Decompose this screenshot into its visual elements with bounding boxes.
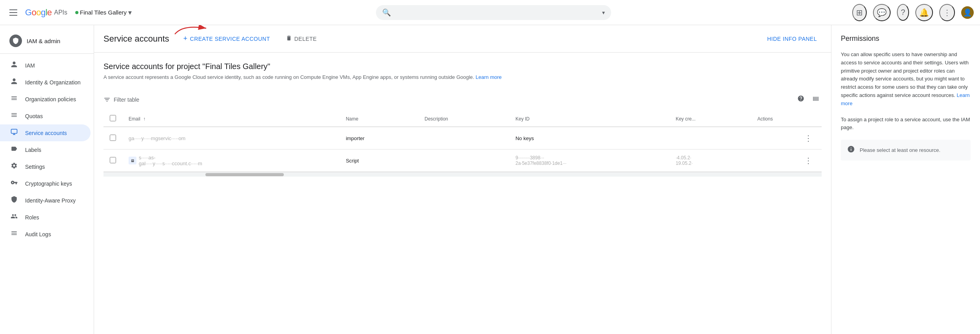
description-column-header: Description bbox=[418, 111, 509, 127]
delete-button[interactable]: DELETE bbox=[281, 32, 321, 46]
row2-key-created-2: 19.05.2· bbox=[676, 161, 745, 166]
app-layout: IAM & admin IAM Identity & Organization … bbox=[0, 25, 980, 334]
row2-email: 🖥 s·····as- gal·····y·····s·····ccount.c… bbox=[122, 150, 339, 172]
hide-info-panel-button[interactable]: HIDE INFO PANEL bbox=[762, 33, 822, 45]
row2-checkbox[interactable] bbox=[110, 157, 116, 163]
sidebar-item-cryptographic-keys[interactable]: Cryptographic keys bbox=[0, 175, 91, 192]
sidebar-item-settings[interactable]: Settings bbox=[0, 158, 91, 175]
learn-more-link[interactable]: Learn more bbox=[475, 74, 501, 80]
select-all-checkbox[interactable] bbox=[110, 115, 116, 121]
row2-name: Script bbox=[339, 150, 418, 172]
key-id-column-header: Key ID bbox=[509, 111, 670, 127]
row2-checkbox-cell[interactable] bbox=[103, 150, 122, 172]
sidebar-item-identity-aware-proxy-label: Identity-Aware Proxy bbox=[25, 197, 76, 204]
sidebar: IAM & admin IAM Identity & Organization … bbox=[0, 25, 94, 334]
chevron-down-icon: ▾ bbox=[128, 8, 132, 17]
table-row[interactable]: 🖥 s·····as- gal·····y·····s·····ccount.c… bbox=[103, 150, 822, 172]
sidebar-item-identity-aware-proxy[interactable]: Identity-Aware Proxy bbox=[0, 192, 91, 209]
content-title: Service accounts for project "Final Tile… bbox=[103, 62, 822, 71]
labels-icon bbox=[9, 145, 19, 154]
settings-icon bbox=[9, 162, 19, 171]
sidebar-header: IAM & admin bbox=[0, 28, 94, 54]
help-icon[interactable]: ? bbox=[897, 4, 909, 21]
actions-column-header: Actions bbox=[751, 111, 822, 127]
page-actions: + CREATE SERVICE ACCOUNT DELETE bbox=[179, 31, 322, 46]
filter-left: Filter table bbox=[103, 96, 139, 103]
email-header-label: Email bbox=[129, 116, 140, 122]
iam-icon bbox=[9, 61, 19, 70]
info-box-text: Please select at least one resource. bbox=[860, 147, 940, 153]
row2-email-line2: gal·····y·····s·····ccount.c·····m bbox=[139, 161, 202, 166]
row2-key-created: ·4.05.2· 19.05.2· bbox=[670, 150, 751, 172]
permissions-note: To assign a project role to a service ac… bbox=[841, 116, 971, 132]
row2-actions[interactable]: ⋮ bbox=[751, 150, 822, 172]
sidebar-item-labels[interactable]: Labels bbox=[0, 141, 91, 158]
content-and-panel: Service accounts bbox=[94, 25, 980, 334]
row1-name: importer bbox=[339, 127, 418, 150]
audit-logs-icon bbox=[9, 230, 19, 239]
table-scrollbar[interactable] bbox=[103, 172, 822, 177]
sidebar-header-title: IAM & admin bbox=[27, 38, 60, 44]
row1-more-button[interactable]: ⋮ bbox=[801, 132, 815, 144]
delete-icon bbox=[286, 35, 292, 42]
roles-icon bbox=[9, 213, 19, 222]
google-apis-logo[interactable]: Google APIs bbox=[25, 7, 67, 18]
search-input[interactable] bbox=[394, 9, 599, 16]
row2-more-button[interactable]: ⋮ bbox=[801, 154, 815, 167]
name-column-header: Name bbox=[339, 111, 418, 127]
filter-table-button[interactable]: Filter table bbox=[103, 96, 139, 103]
project-selector[interactable]: Final Tiles Gallery ▾ bbox=[72, 7, 135, 18]
sidebar-item-org-policies[interactable]: Organization policies bbox=[0, 91, 91, 108]
permissions-desc: You can allow specific users to have own… bbox=[841, 51, 971, 108]
filter-table-label: Filter table bbox=[114, 97, 139, 103]
page-title: Service accounts bbox=[103, 34, 169, 44]
name-header-label: Name bbox=[346, 116, 358, 122]
sidebar-item-service-accounts[interactable]: Service accounts bbox=[0, 124, 91, 141]
row1-email: ga·····y·····mgservic·····om bbox=[122, 127, 339, 150]
permissions-panel: Permissions You can allow specific users… bbox=[831, 25, 980, 334]
row2-description bbox=[418, 150, 509, 172]
sidebar-item-iam[interactable]: IAM bbox=[0, 57, 91, 74]
sidebar-item-identity-org[interactable]: Identity & Organization bbox=[0, 74, 91, 91]
columns-icon-button[interactable] bbox=[810, 93, 822, 106]
key-id-header-label: Key ID bbox=[515, 116, 530, 122]
avatar[interactable]: 👤 bbox=[961, 6, 974, 19]
content-area: Service accounts for project "Final Tile… bbox=[94, 53, 831, 186]
row1-description bbox=[418, 127, 509, 150]
chat-icon[interactable]: 💬 bbox=[873, 4, 891, 21]
row2-key-id-2: 2a·5e37fe8838f0·1de1··· bbox=[515, 161, 663, 166]
table-row[interactable]: ga·····y·····mgservic·····om importer No… bbox=[103, 127, 822, 150]
row1-key-id: No keys bbox=[509, 127, 670, 150]
filter-right bbox=[795, 93, 822, 106]
menu-icon[interactable] bbox=[6, 6, 20, 19]
notifications-icon[interactable]: 🔔 bbox=[915, 4, 933, 21]
sidebar-item-audit-logs[interactable]: Audit Logs bbox=[0, 226, 91, 243]
identity-aware-proxy-icon bbox=[9, 196, 19, 205]
sort-asc-icon: ↑ bbox=[143, 116, 145, 122]
description-header-label: Description bbox=[425, 116, 448, 122]
row2-key-id: 9·········3898··· 2a·5e37fe8838f0·1de1··… bbox=[509, 150, 670, 172]
row1-actions[interactable]: ⋮ bbox=[751, 127, 822, 150]
sidebar-item-quotas-label: Quotas bbox=[25, 113, 43, 119]
search-expand-icon: ▾ bbox=[602, 9, 605, 16]
sidebar-item-service-accounts-label: Service accounts bbox=[25, 130, 67, 136]
project-name: Final Tiles Gallery bbox=[80, 9, 127, 16]
sidebar-item-roles[interactable]: Roles bbox=[0, 209, 91, 226]
info-box: Please select at least one resource. bbox=[841, 140, 971, 161]
row2-key-created-1: ·4.05.2· bbox=[676, 155, 745, 161]
sidebar-item-identity-org-label: Identity & Organization bbox=[25, 79, 81, 86]
select-all-header[interactable] bbox=[103, 111, 122, 127]
row1-checkbox-cell[interactable] bbox=[103, 127, 122, 150]
more-vert-icon[interactable]: ⋮ bbox=[939, 4, 955, 21]
email-column-header[interactable]: Email ↑ bbox=[122, 111, 339, 127]
row1-checkbox[interactable] bbox=[110, 135, 116, 141]
search-bar[interactable]: 🔍 ▾ bbox=[376, 5, 611, 20]
service-accounts-icon bbox=[9, 128, 19, 137]
sidebar-item-quotas[interactable]: Quotas bbox=[0, 108, 91, 124]
info-icon bbox=[847, 145, 855, 155]
content-desc: A service account represents a Google Cl… bbox=[103, 74, 822, 80]
table-container: Email ↑ Name Description K bbox=[103, 111, 822, 177]
row1-key-created bbox=[670, 127, 751, 150]
help-icon-table[interactable] bbox=[795, 93, 807, 106]
apps-icon[interactable]: ⊞ bbox=[852, 4, 867, 21]
